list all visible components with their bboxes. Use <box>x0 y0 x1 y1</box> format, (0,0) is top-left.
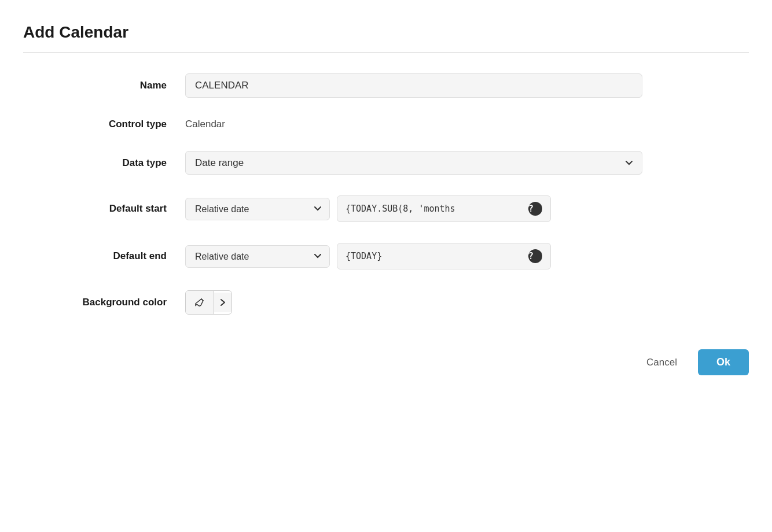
default-start-controls: Relative date Fixed date No default {TOD… <box>185 195 551 222</box>
divider <box>23 52 749 53</box>
control-type-label: Control type <box>23 119 185 130</box>
default-end-select[interactable]: Relative date Fixed date No default <box>185 245 330 268</box>
chevron-right-icon <box>220 298 226 306</box>
brush-icon <box>194 297 205 308</box>
default-start-value: {TODAY.SUB(8, 'months <box>345 204 523 214</box>
default-end-value: {TODAY} <box>345 251 523 261</box>
default-end-input-container: {TODAY} ? <box>337 243 551 269</box>
background-color-control <box>185 290 232 315</box>
name-row: Name <box>23 73 749 98</box>
default-end-row: Default end Relative date Fixed date No … <box>23 243 749 269</box>
name-label: Name <box>23 80 185 91</box>
default-start-help-icon[interactable]: ? <box>528 202 542 216</box>
default-start-row: Default start Relative date Fixed date N… <box>23 195 749 222</box>
default-end-controls: Relative date Fixed date No default {TOD… <box>185 243 551 269</box>
data-type-label: Data type <box>23 157 185 169</box>
default-start-input-container: {TODAY.SUB(8, 'months ? <box>337 195 551 222</box>
background-color-label: Background color <box>23 297 185 308</box>
name-input[interactable] <box>185 73 642 98</box>
add-calendar-dialog: Add Calendar Name Control type Calendar … <box>23 23 749 375</box>
dialog-footer: Cancel Ok <box>23 349 749 375</box>
control-type-value: Calendar <box>185 119 225 130</box>
ok-button[interactable]: Ok <box>698 349 749 375</box>
default-end-label: Default end <box>23 250 185 262</box>
default-start-select[interactable]: Relative date Fixed date No default <box>185 198 330 220</box>
color-expand-button[interactable] <box>214 293 231 312</box>
color-brush-button[interactable] <box>186 291 214 314</box>
default-end-help-icon[interactable]: ? <box>528 249 542 263</box>
default-start-label: Default start <box>23 203 185 215</box>
data-type-select[interactable]: Date range Single date Date time range <box>185 151 642 175</box>
cancel-button[interactable]: Cancel <box>637 351 686 374</box>
data-type-row: Data type Date range Single date Date ti… <box>23 151 749 175</box>
background-color-row: Background color <box>23 290 749 315</box>
control-type-row: Control type Calendar <box>23 119 749 130</box>
dialog-title: Add Calendar <box>23 23 749 42</box>
